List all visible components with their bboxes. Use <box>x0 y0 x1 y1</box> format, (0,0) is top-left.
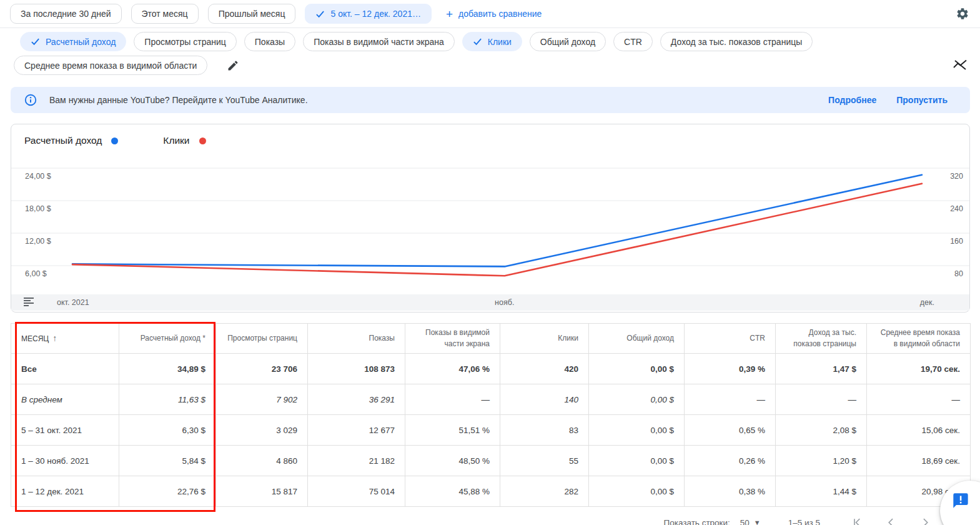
value-cell: 36 291 <box>308 384 405 415</box>
rows-per-page-select[interactable]: 50 ▼ <box>740 518 761 525</box>
column-header-label: Расчетный доход * <box>141 334 205 342</box>
value-cell: 22,76 $ <box>119 476 216 507</box>
value-cell: 55 <box>500 446 589 476</box>
table-footer: Показать строки: 50 ▼ 1–5 из 5 <box>0 515 966 525</box>
column-header-label: Общий доход <box>626 334 674 342</box>
metric-chip[interactable]: Клики <box>462 32 522 51</box>
value-cell: 6,30 $ <box>119 415 216 446</box>
column-header[interactable]: Общий доход <box>589 324 685 354</box>
column-header-label: Просмотры страниц <box>227 334 297 342</box>
add-comparison-label: добавить сравнение <box>458 9 542 19</box>
svg-text:24,00 $: 24,00 $ <box>25 172 51 181</box>
metric-chip-row-2: Среднее время показа в видимой области <box>14 56 241 75</box>
rows-per-page-label: Показать строки: <box>664 518 730 525</box>
chevron-down-icon: ▼ <box>754 519 761 525</box>
legend-label: Клики <box>163 135 189 146</box>
svg-text:240: 240 <box>950 204 963 213</box>
metric-chip-label: Показы в видимой части экрана <box>314 37 444 47</box>
value-cell: — <box>867 384 971 415</box>
edit-metrics-button[interactable] <box>225 58 241 74</box>
value-cell: — <box>685 384 776 415</box>
value-cell: 34,89 $ <box>119 354 216 384</box>
metric-chip[interactable]: Расчетный доход <box>20 32 126 51</box>
month-cell: В среднем <box>11 384 119 415</box>
column-header-label: Среднее время показа в видимой области <box>881 328 960 348</box>
column-header[interactable]: CTR <box>685 324 776 354</box>
svg-text:18,00 $: 18,00 $ <box>25 204 51 213</box>
date-chip-label: За последние 30 дней <box>21 9 111 19</box>
column-header-label: Показы в видимой части экрана <box>425 328 490 348</box>
value-cell: 15 817 <box>216 476 308 507</box>
value-cell: 0,65 % <box>685 415 776 446</box>
metric-chip-area: Расчетный доходПросмотры страницПоказыПо… <box>0 28 980 81</box>
value-cell: 140 <box>500 384 589 415</box>
date-chip[interactable]: Прошлый месяц <box>208 4 296 24</box>
value-cell: 0,00 $ <box>589 415 685 446</box>
legend-item[interactable]: Расчетный доход <box>24 135 118 146</box>
value-cell: 18,69 сек. <box>867 446 971 476</box>
value-cell: 4 860 <box>216 446 308 476</box>
banner-more-link[interactable]: Подробнее <box>828 95 876 105</box>
date-chip-label: Этот месяц <box>142 9 188 19</box>
date-chip[interactable]: 5 окт. – 12 дек. 2021… <box>305 4 432 24</box>
metric-chip[interactable]: Среднее время показа в видимой области <box>14 56 207 75</box>
x-axis-label: дек. <box>920 298 934 307</box>
value-cell: 3 029 <box>216 415 308 446</box>
date-chip[interactable]: Этот месяц <box>131 4 199 24</box>
previous-page-button[interactable] <box>884 515 899 525</box>
report-table: МЕСЯЦ↑Расчетный доход *Просмотры страниц… <box>11 323 971 507</box>
column-header-label: Доход за тыс. показов страницы <box>793 328 856 348</box>
value-cell: 45,88 % <box>405 476 500 507</box>
metric-chip[interactable]: Просмотры страниц <box>134 32 236 51</box>
value-cell: 0,00 $ <box>589 354 685 384</box>
column-header[interactable]: Просмотры страниц <box>216 324 308 354</box>
date-chip-label: 5 окт. – 12 дек. 2021… <box>330 9 421 19</box>
hide-chart-button[interactable] <box>952 57 968 73</box>
chart-legend: Расчетный доходКлики <box>24 135 206 146</box>
column-header[interactable]: Клики <box>500 324 589 354</box>
metric-chip-label: CTR <box>624 37 642 47</box>
first-page-icon <box>851 516 864 525</box>
svg-text:160: 160 <box>950 237 963 246</box>
value-cell: 282 <box>500 476 589 507</box>
legend-dot <box>199 138 206 144</box>
metric-chip-label: Доход за тыс. показов страницы <box>671 37 802 47</box>
column-header[interactable]: Расчетный доход * <box>119 324 216 354</box>
value-cell: 7 902 <box>216 384 308 415</box>
metric-chip[interactable]: Доход за тыс. показов страницы <box>660 32 813 51</box>
legend-item[interactable]: Клики <box>163 135 205 146</box>
column-header[interactable]: Среднее время показа в видимой области <box>867 324 971 354</box>
metric-chip[interactable]: Показы в видимой части экрана <box>303 32 455 51</box>
pagination-range: 1–5 из 5 <box>788 518 820 525</box>
date-chip[interactable]: За последние 30 дней <box>10 4 122 24</box>
rows-per-page-value: 50 <box>740 518 750 525</box>
x-axis-label: нояб. <box>495 298 514 307</box>
column-header[interactable]: МЕСЯЦ↑ <box>11 324 119 354</box>
month-cell: Все <box>11 354 119 384</box>
value-cell: 19,70 сек. <box>867 354 971 384</box>
banner-dismiss-link[interactable]: Пропустить <box>896 95 948 105</box>
chevron-left-icon <box>885 516 898 525</box>
metric-chip[interactable]: Общий доход <box>530 32 606 51</box>
table-view-button[interactable] <box>23 297 34 308</box>
next-page-button[interactable] <box>918 515 933 525</box>
table-row: 5 – 31 окт. 20216,30 $3 02912 67751,51 %… <box>11 415 971 446</box>
date-chip-group: За последние 30 днейЭтот месяцПрошлый ме… <box>10 4 432 24</box>
first-page-button[interactable] <box>850 515 865 525</box>
column-header[interactable]: Доход за тыс. показов страницы <box>776 324 867 354</box>
date-range-toolbar: За последние 30 днейЭтот месяцПрошлый ме… <box>0 0 980 28</box>
value-cell: — <box>776 384 867 415</box>
check-icon <box>473 37 482 46</box>
value-cell: 0,00 $ <box>589 384 685 415</box>
metric-chip[interactable]: Показы <box>244 32 295 51</box>
date-chip-label: Прошлый месяц <box>219 9 285 19</box>
metric-chip[interactable]: CTR <box>613 32 653 51</box>
value-cell: 12 677 <box>308 415 405 446</box>
settings-button[interactable] <box>955 6 970 21</box>
metric-chip-label: Расчетный доход <box>46 37 116 47</box>
add-comparison-button[interactable]: + добавить сравнение <box>441 8 547 20</box>
table-row: В среднем11,63 $7 90236 291—1400,00 $——— <box>11 384 971 415</box>
column-header[interactable]: Показы в видимой части экрана <box>405 324 500 354</box>
column-header[interactable]: Показы <box>308 324 405 354</box>
value-cell: 0,00 $ <box>589 476 685 507</box>
